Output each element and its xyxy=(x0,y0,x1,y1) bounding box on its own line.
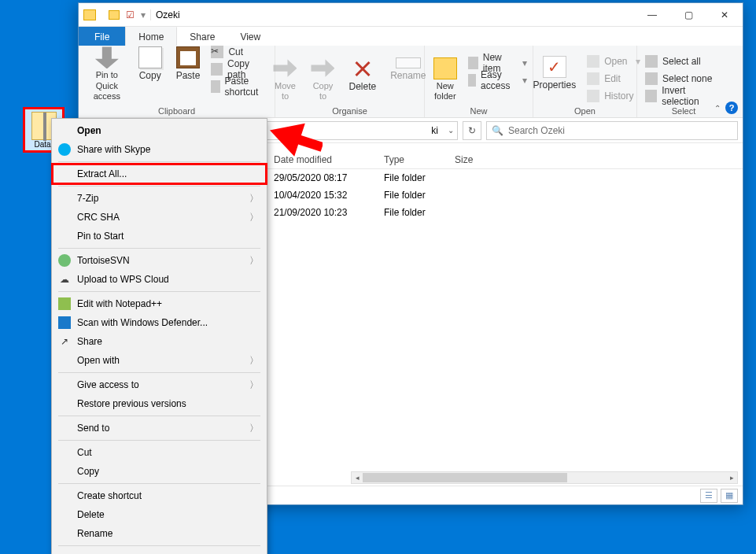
copy-icon xyxy=(138,46,162,68)
move-icon xyxy=(273,57,297,79)
ribbon-tabs: File Home Share View xyxy=(79,27,743,46)
invert-selection-button[interactable]: Invert selection xyxy=(642,87,725,105)
cloud-icon: ☁ xyxy=(58,273,71,286)
paste-button[interactable]: Paste xyxy=(170,43,207,84)
select-all-button[interactable]: Select all xyxy=(642,53,704,70)
edit-button[interactable]: Edit xyxy=(584,70,643,87)
chevron-right-icon: 〉 xyxy=(249,354,259,367)
properties-button[interactable]: Properties xyxy=(526,53,582,105)
select-all-icon xyxy=(645,55,658,68)
open-icon xyxy=(587,55,599,68)
scroll-left-icon[interactable]: ◂ xyxy=(352,472,363,483)
copy-path-icon xyxy=(211,63,223,76)
open-button[interactable]: Open▾ xyxy=(584,53,643,70)
share-icon: ↗ xyxy=(58,335,71,348)
easy-access-icon xyxy=(468,74,476,87)
quick-access-toolbar: ☑ ▾ xyxy=(104,9,151,20)
column-size[interactable]: Size xyxy=(455,154,502,165)
ctx-send-to[interactable]: Send to〉 xyxy=(53,419,265,438)
ctx-defender[interactable]: Scan with Windows Defender... xyxy=(53,313,265,332)
scissors-icon: ✂ xyxy=(211,46,223,58)
ctx-notepadpp[interactable]: Edit with Notepad++ xyxy=(53,294,265,313)
easy-access-button[interactable]: Easy access▾ xyxy=(465,72,530,89)
qat-open-icon[interactable] xyxy=(109,10,120,20)
tab-file[interactable]: File xyxy=(79,27,125,46)
address-tail: ki xyxy=(431,125,438,136)
help-icon[interactable]: ? xyxy=(725,102,738,114)
ctx-delete[interactable]: Delete xyxy=(53,505,265,524)
search-placeholder: Search Ozeki xyxy=(508,125,565,136)
search-icon: 🔍 xyxy=(492,125,503,136)
titlebar: ☑ ▾ Ozeki — ▢ ✕ xyxy=(79,3,743,27)
delete-button[interactable]: Delete xyxy=(342,54,382,105)
rename-icon xyxy=(396,57,421,68)
column-date[interactable]: Date modified xyxy=(274,154,384,165)
ctx-share-skype[interactable]: Share with Skype xyxy=(53,140,265,159)
refresh-button[interactable]: ↻ xyxy=(463,121,481,140)
ctx-properties[interactable]: Properties xyxy=(53,548,265,554)
new-folder-icon xyxy=(433,57,457,79)
pin-quick-access-button[interactable]: Pin to Quick access xyxy=(83,43,131,105)
file-date: 10/04/2020 15:32 xyxy=(274,190,384,201)
file-type: File folder xyxy=(384,207,455,218)
details-view-button[interactable]: ☰ xyxy=(700,489,717,503)
ctx-extract-all[interactable]: Extract All... xyxy=(53,164,265,183)
copy-to-icon xyxy=(311,57,334,79)
desktop-icon-label: Data. xyxy=(35,140,53,149)
ctx-7zip[interactable]: 7-Zip〉 xyxy=(53,189,265,208)
scroll-thumb[interactable] xyxy=(363,473,567,482)
scroll-right-icon[interactable]: ▸ xyxy=(726,472,737,483)
tortoise-icon xyxy=(58,254,71,267)
ctx-restore[interactable]: Restore previous versions xyxy=(53,394,265,413)
ctx-crc-sha[interactable]: CRC SHA〉 xyxy=(53,208,265,227)
chevron-right-icon: 〉 xyxy=(249,211,259,224)
context-menu: Open Share with Skype Extract All... 7-Z… xyxy=(51,118,267,554)
invert-selection-icon xyxy=(645,90,657,102)
ctx-give-access[interactable]: Give access to〉 xyxy=(53,375,265,394)
delete-icon xyxy=(351,57,374,79)
select-none-icon xyxy=(645,72,658,85)
ctx-pin-start[interactable]: Pin to Start xyxy=(53,227,265,246)
ctx-open-with[interactable]: Open with〉 xyxy=(53,351,265,370)
search-input[interactable]: 🔍 Search Ozeki xyxy=(486,121,738,140)
ctx-cut[interactable]: Cut xyxy=(53,443,265,462)
ctx-wps[interactable]: ☁Upload to WPS Cloud xyxy=(53,270,265,289)
ctx-tortoise[interactable]: TortoiseSVN〉 xyxy=(53,251,265,270)
column-type[interactable]: Type xyxy=(384,154,455,165)
clipboard-icon xyxy=(176,46,200,68)
qat-checkbox-icon[interactable]: ☑ xyxy=(126,9,135,20)
new-folder-button[interactable]: New folder xyxy=(427,54,463,105)
ctx-create-shortcut[interactable]: Create shortcut xyxy=(53,486,265,505)
ctx-rename[interactable]: Rename xyxy=(53,524,265,543)
new-item-icon xyxy=(468,57,478,69)
collapse-ribbon-icon[interactable]: ⌃ xyxy=(714,104,721,113)
notepad-icon xyxy=(58,297,71,310)
horizontal-scrollbar[interactable]: ◂ ▸ xyxy=(351,471,738,484)
ctx-share[interactable]: ↗Share xyxy=(53,332,265,351)
minimize-button[interactable]: — xyxy=(634,3,670,27)
skype-icon xyxy=(58,143,71,156)
ctx-copy[interactable]: Copy xyxy=(53,462,265,481)
file-type: File folder xyxy=(384,172,455,183)
chevron-down-icon[interactable]: ⌄ xyxy=(448,126,454,135)
ctx-open[interactable]: Open xyxy=(53,121,265,140)
tab-share[interactable]: Share xyxy=(177,27,227,46)
properties-icon xyxy=(543,56,566,78)
shield-icon xyxy=(58,316,71,329)
move-to-button[interactable]: Move to xyxy=(267,54,303,105)
chevron-right-icon: 〉 xyxy=(249,254,259,268)
close-button[interactable]: ✕ xyxy=(706,3,743,27)
file-date: 29/05/2020 08:17 xyxy=(274,172,384,183)
tab-view[interactable]: View xyxy=(227,27,273,46)
copy-button[interactable]: Copy xyxy=(132,43,168,84)
icons-view-button[interactable]: ▦ xyxy=(721,489,738,503)
paste-shortcut-button[interactable]: Paste shortcut xyxy=(208,78,270,95)
folder-icon xyxy=(83,9,96,20)
history-button[interactable]: History xyxy=(584,87,643,105)
file-type: File folder xyxy=(384,190,455,201)
qat-dropdown-icon[interactable]: ▾ xyxy=(141,9,146,20)
copy-to-button[interactable]: Copy to xyxy=(304,54,341,105)
maximize-button[interactable]: ▢ xyxy=(670,3,706,27)
file-date: 21/09/2020 10:23 xyxy=(274,207,384,218)
tab-home[interactable]: Home xyxy=(125,27,177,46)
